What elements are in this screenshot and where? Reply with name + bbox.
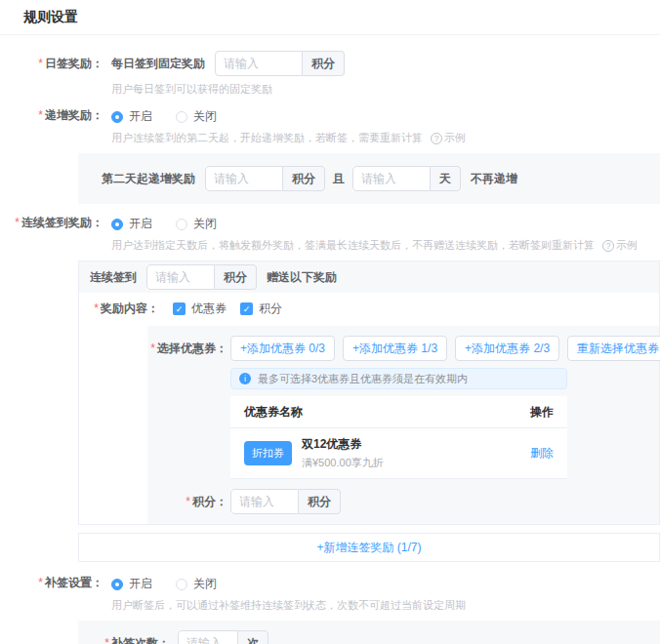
coupon-buttons: +添加优惠券 0/3 +添加优惠券 1/3 +添加优惠券 2/3 重新选择优惠券 xyxy=(230,336,567,361)
continuous-signin-unit: 积分 xyxy=(215,264,257,290)
incremental-reward-label: *递增奖励： xyxy=(0,108,111,123)
radio-selected-icon xyxy=(111,219,123,230)
checkbox-checked-icon: ✓ xyxy=(173,302,186,315)
makeup-count-row: *补签次数： 次 xyxy=(102,630,637,644)
makeup-radio-off[interactable]: 关闭 xyxy=(176,576,217,592)
makeup-count-label: *补签次数： xyxy=(102,635,170,644)
continuous-radio-on[interactable]: 开启 xyxy=(111,216,152,232)
coupon-table-row: 折扣券 双12优惠券 满¥500.00享九折 删除 xyxy=(230,428,567,479)
reselect-coupon-button[interactable]: 重新选择优惠券 xyxy=(567,336,660,361)
coupon-type-badge: 折扣券 xyxy=(244,441,292,465)
points-checkbox-label: 积分 xyxy=(259,301,282,317)
daily-reward-input-group: 积分 xyxy=(215,51,345,76)
radio-on-label: 开启 xyxy=(129,576,152,592)
radio-on-label: 开启 xyxy=(129,216,152,232)
coupon-limit-alert-text: 最多可选择3优惠券且优惠券须是在有效期内 xyxy=(258,372,468,386)
action-header: 操作 xyxy=(530,404,554,421)
daily-reward-body: 每日签到固定奖励 积分 用户每日签到可以获得的固定奖励 xyxy=(111,51,660,97)
daily-reward-help: 用户每日签到可以获得的固定奖励 xyxy=(111,82,660,97)
continuous-points-label-text: 积分： xyxy=(192,495,227,508)
incremental-conjunction: 且 xyxy=(333,171,345,187)
incremental-reward-row: *递增奖励： 开启 关闭 用户连续签到的第二天起，开始递增奖励，若断签，需要重新… xyxy=(0,108,660,145)
question-circle-icon[interactable]: ? xyxy=(431,133,442,144)
radio-off-label: 关闭 xyxy=(193,576,217,592)
continuous-example-link[interactable]: 示例 xyxy=(616,238,638,253)
coupon-limit-alert: i 最多可选择3优惠券且优惠券须是在有效期内 xyxy=(230,368,567,389)
makeup-settings-row: *补签设置： 开启 关闭 用户断签后，可以通过补签维持连续签到状态，次数不可超过… xyxy=(0,576,660,613)
incremental-days-input[interactable] xyxy=(352,166,431,191)
continuous-points-input[interactable] xyxy=(230,489,299,514)
select-coupon-label-text: 选择优惠券： xyxy=(157,342,227,355)
makeup-count-unit: 次 xyxy=(238,630,268,644)
coupon-config-panel: *选择优惠券： +添加优惠券 0/3 +添加优惠券 1/3 +添加优惠券 2/3… xyxy=(147,326,659,524)
incremental-help-text: 用户连续签到的第二天起，开始递增奖励，若断签，需要重新计算 xyxy=(111,131,423,145)
incremental-points-input[interactable] xyxy=(205,166,283,191)
continuous-signin-suffix: 赠送以下奖励 xyxy=(267,269,337,286)
incremental-points-input-group: 积分 xyxy=(205,166,325,191)
daily-reward-unit: 积分 xyxy=(303,51,345,76)
info-circle-icon: i xyxy=(239,373,251,384)
coupon-table-header: 优惠券名称 操作 xyxy=(230,396,567,428)
radio-unselected-icon xyxy=(176,579,187,590)
page-title: 规则设置 xyxy=(0,0,660,35)
add-continuous-reward-label: +新增连签奖励 (1/7) xyxy=(316,540,421,556)
daily-reward-help-text: 用户每日签到可以获得的固定奖励 xyxy=(111,82,272,97)
incremental-reward-body: 开启 关闭 用户连续签到的第二天起，开始递增奖励，若断签，需要重新计算 ? 示例 xyxy=(111,108,660,145)
makeup-radio-on[interactable]: 开启 xyxy=(111,576,152,592)
continuous-reward-row: *连续签到奖励： 开启 关闭 用户达到指定天数后，将触发额外奖励，签满最长连续天… xyxy=(0,216,660,253)
incremental-panel: 第二天起递增奖励 积分 且 天 不再递增 xyxy=(78,153,660,204)
coupon-table: 优惠券名称 操作 折扣券 双12优惠券 满¥500.00享九折 xyxy=(230,396,567,479)
delete-coupon-link[interactable]: 删除 xyxy=(530,445,554,462)
daily-reward-label-text: 日签奖励： xyxy=(45,57,103,70)
coupon-checkbox[interactable]: ✓优惠券 xyxy=(173,301,227,317)
incremental-reward-label-text: 递增奖励： xyxy=(45,108,103,122)
coupon-name-header: 优惠券名称 xyxy=(244,404,303,421)
incremental-radio-off[interactable]: 关闭 xyxy=(176,108,217,125)
select-coupon-label: *选择优惠券： xyxy=(147,336,227,361)
points-checkbox[interactable]: ✓积分 xyxy=(240,301,282,317)
rule-settings-form: *日签奖励： 每日签到固定奖励 积分 用户每日签到可以获得的固定奖励 *递增奖励… xyxy=(0,35,660,644)
makeup-count-input[interactable] xyxy=(178,630,238,644)
continuous-reward-label-text: 连续签到奖励： xyxy=(21,216,103,229)
incremental-points-unit: 积分 xyxy=(283,166,325,191)
continuous-reward-label: *连续签到奖励： xyxy=(0,216,111,230)
add-coupon-button-2[interactable]: +添加优惠券 1/3 xyxy=(343,336,447,361)
incremental-row-label: 第二天起递增奖励 xyxy=(102,171,195,187)
continuous-signin-bar: 连续签到 积分 赠送以下奖励 xyxy=(79,262,659,293)
continuous-points-unit: 积分 xyxy=(299,489,341,514)
coupon-description: 满¥500.00享九折 xyxy=(302,456,384,470)
makeup-count-input-group: 次 xyxy=(178,630,268,644)
required-asterisk: * xyxy=(94,302,99,315)
continuous-help-text: 用户达到指定天数后，将触发额外奖励，签满最长连续天数后，不再赠送连续奖励，若断签… xyxy=(111,238,595,253)
daily-reward-row: *日签奖励： 每日签到固定奖励 积分 用户每日签到可以获得的固定奖励 xyxy=(0,51,660,97)
reward-content-row: *奖励内容： ✓优惠券 ✓积分 xyxy=(79,293,659,326)
daily-reward-label: *日签奖励： xyxy=(0,51,111,76)
checkbox-checked-icon: ✓ xyxy=(240,302,253,315)
coupon-cell: 折扣券 双12优惠券 满¥500.00享九折 xyxy=(244,436,384,470)
add-coupon-button-3[interactable]: +添加优惠券 2/3 xyxy=(455,336,559,361)
continuous-radio-off[interactable]: 关闭 xyxy=(176,216,217,232)
incremental-example-link[interactable]: 示例 xyxy=(444,131,466,145)
makeup-count-label-text: 补签次数： xyxy=(111,636,170,644)
add-coupon-button-1[interactable]: +添加优惠券 0/3 xyxy=(230,336,335,361)
continuous-points-input-group: 积分 xyxy=(230,489,341,514)
makeup-settings-body: 开启 关闭 用户断签后，可以通过补签维持连续签到状态，次数不可超过当前设定周期 xyxy=(111,576,660,613)
radio-selected-icon xyxy=(111,579,123,590)
daily-reward-input[interactable] xyxy=(215,51,303,76)
incremental-help: 用户连续签到的第二天起，开始递增奖励，若断签，需要重新计算 ? 示例 xyxy=(111,131,660,145)
continuous-signin-input[interactable] xyxy=(146,264,215,290)
radio-unselected-icon xyxy=(176,111,187,123)
add-continuous-reward-button[interactable]: +新增连签奖励 (1/7) xyxy=(78,533,660,562)
incremental-radio-on[interactable]: 开启 xyxy=(111,108,152,125)
reward-content-label-text: 奖励内容： xyxy=(101,302,159,315)
radio-on-label: 开启 xyxy=(129,108,152,125)
incremental-suffix: 不再递增 xyxy=(471,171,517,187)
continuous-points-label: *积分： xyxy=(147,489,227,514)
coupon-name: 双12优惠券 xyxy=(302,436,384,453)
makeup-help: 用户断签后，可以通过补签维持连续签到状态，次数不可超过当前设定周期 xyxy=(111,598,660,613)
question-circle-icon[interactable]: ? xyxy=(602,240,614,252)
radio-unselected-icon xyxy=(176,219,187,230)
required-asterisk: * xyxy=(186,495,190,508)
daily-reward-prefix: 每日签到固定奖励 xyxy=(111,56,205,72)
required-asterisk: * xyxy=(38,57,43,70)
